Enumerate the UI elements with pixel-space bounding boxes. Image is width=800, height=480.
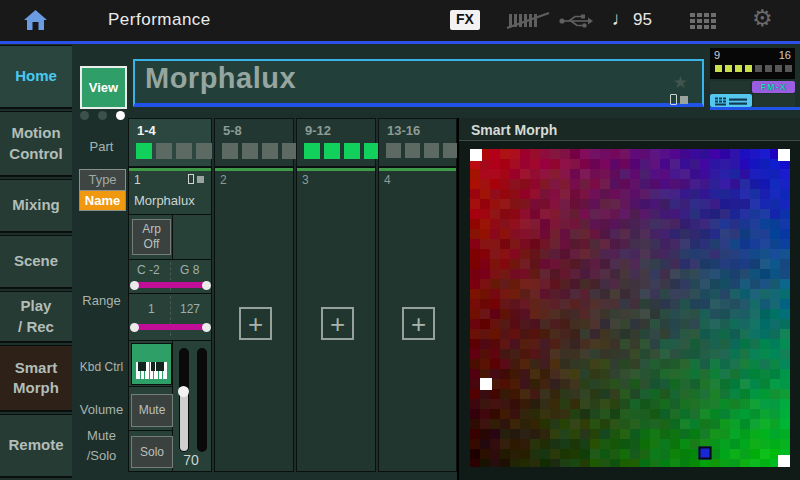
morph-corner-marker[interactable] [470,149,482,161]
morph-corner-marker[interactable] [778,149,790,161]
note-range-low[interactable]: C -2 [137,263,160,277]
note-range-high[interactable]: G 8 [180,263,199,277]
home-icon[interactable] [22,7,49,34]
performance-name-field[interactable]: Morphalux ★ [133,59,704,107]
fx-indicator[interactable]: FX [450,10,480,30]
part-column-3[interactable]: 3 + [296,167,376,472]
part-tab-label: 13-16 [387,123,420,138]
volume-fader[interactable] [179,348,189,452]
sidebar-item-home[interactable]: Home [0,45,72,109]
part-number: 2 [220,173,227,187]
page-dot [80,111,89,120]
keyboard-select-badge [710,94,752,107]
arp-on-off-button[interactable]: Arp Off [132,219,171,255]
keyboard-icon [136,362,167,379]
page-dot [98,111,107,120]
part-tab-1-4[interactable]: 1-4 [128,118,212,167]
page-indicator[interactable] [80,111,125,120]
velocity-divider [170,296,171,336]
sidebar-item-mixing[interactable]: Mixing [0,179,72,233]
part-name: Morphalux [134,193,195,208]
part-column-2[interactable]: 2 + [214,167,294,472]
sidebar-item-motion-control[interactable]: Motion Control [0,111,72,177]
bank-icon [188,174,206,185]
smart-morph-header: Smart Morph [459,118,800,140]
type-toggle-button[interactable]: Type [79,169,126,190]
fader-thumb[interactable] [178,386,189,397]
status-cell-empty [754,94,795,107]
add-part-button[interactable]: + [239,307,272,340]
tempo-note-icon[interactable]: ♩ [612,8,631,30]
velocity-low[interactable]: 1 [148,302,155,316]
part-tab-label: 5-8 [223,123,242,138]
tempo-value[interactable]: 95 [633,10,652,30]
volume-value: 70 [170,452,212,468]
row-label-range: Range [75,291,128,311]
fmx-badge: FM-X [752,81,795,93]
panel-divider [459,140,800,141]
part-tab-9-12[interactable]: 9-12 [296,118,376,167]
mute-button[interactable]: Mute [131,394,173,427]
part-column-4[interactable]: 4 + [378,167,457,472]
accent-divider [0,41,800,44]
morph-position-marker[interactable] [699,446,712,459]
name-toggle-button[interactable]: Name [79,190,126,211]
smart-morph-map[interactable] [470,149,790,467]
sidebar-item-scene[interactable]: Scene [0,235,72,289]
meter-cell [755,65,762,72]
gear-icon[interactable]: ⚙ [752,5,773,32]
part-tab-label: 1-4 [137,123,156,138]
meter-left-label: 9 [714,49,720,61]
add-part-button[interactable]: + [402,307,435,340]
smart-morph-title: Smart Morph [471,122,557,138]
status-panel-underline [710,107,800,110]
row-label-kbd-ctrl: Kbd Ctrl [75,358,128,376]
synth-touchscreen: Performance FX [0,0,800,480]
view-button[interactable]: View [80,66,127,109]
part-leds [304,143,380,159]
kbd-ctrl-button[interactable] [131,343,172,385]
note-range-slider[interactable] [134,282,207,288]
velocity-range-slider[interactable] [134,324,207,330]
solo-button[interactable]: Solo [131,436,173,468]
pad-grid-icon[interactable] [690,13,719,30]
part-select-line [129,168,211,171]
row-label-mute-solo: Mute /Solo [75,426,128,465]
morph-corner-marker[interactable] [480,378,492,390]
velocity-high[interactable]: 127 [180,302,200,316]
level-meter-bar [197,348,207,452]
part-leds [136,143,212,159]
meter-cell [735,65,742,72]
keyboard-off-icon[interactable] [505,11,551,34]
part-select-line [215,168,293,171]
meter-cell [775,65,782,72]
fader-fill [180,393,188,451]
part-number: 1 [134,173,141,187]
bank-icon [670,94,690,106]
status-cell-empty [710,81,750,93]
meter-cells [715,65,792,72]
favorite-star-icon[interactable]: ★ [673,72,688,93]
meter-cell [725,65,732,72]
page-title: Performance [108,10,211,30]
cell-border [172,214,173,259]
smart-morph-panel: Smart Morph [457,118,800,480]
part-tab-5-8[interactable]: 5-8 [214,118,294,167]
morph-gradient-canvas[interactable] [470,149,790,467]
add-part-button[interactable]: + [321,307,354,340]
sidebar-item-smart-morph[interactable]: Smart Morph [0,345,72,412]
cell-border [128,340,212,341]
top-status-bar: Performance FX [0,0,800,41]
part-number: 4 [384,173,391,187]
usb-icon[interactable] [558,13,594,33]
row-label-volume: Volume [75,400,128,420]
sidebar-item-remote[interactable]: Remote [0,414,72,478]
row-label-part: Part [75,137,128,157]
meter-cell [715,65,722,72]
part-number: 3 [302,173,309,187]
sidebar-item-play-rec[interactable]: Play / Rec [0,291,72,343]
cell-border [128,430,173,431]
part-tab-13-16[interactable]: 13-16 [378,118,457,167]
morph-corner-marker[interactable] [778,455,790,467]
cell-border [128,259,212,260]
